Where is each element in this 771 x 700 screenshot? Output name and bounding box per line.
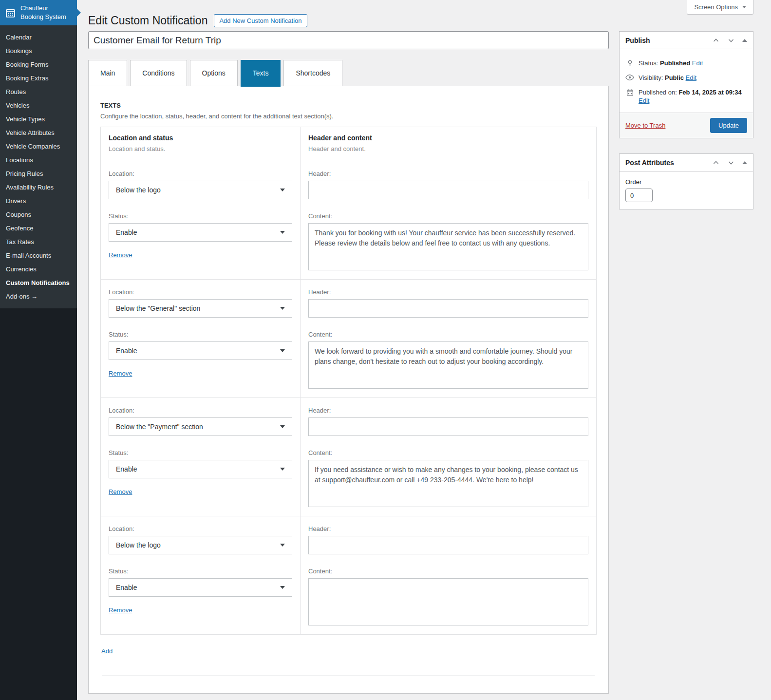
- chevron-down-icon: [280, 425, 285, 428]
- move-up-icon[interactable]: [712, 37, 720, 44]
- move-down-icon[interactable]: [727, 159, 735, 167]
- chevron-down-icon: [280, 231, 285, 234]
- header-input[interactable]: [308, 417, 588, 436]
- content-label: Content:: [308, 567, 588, 575]
- tab-bar: Main Conditions Options Texts Shortcodes: [88, 60, 609, 86]
- status-row: Status: Published Edit: [625, 59, 747, 67]
- divider: [102, 675, 595, 676]
- tab-shortcodes[interactable]: Shortcodes: [283, 60, 342, 86]
- tab-options[interactable]: Options: [190, 60, 238, 86]
- status-select[interactable]: Enable: [109, 578, 292, 597]
- move-to-trash-link[interactable]: Move to Trash: [625, 122, 665, 129]
- sidebar-item-calendar[interactable]: Calendar: [0, 31, 77, 44]
- header-input[interactable]: [308, 181, 588, 199]
- sidebar-item-custom-notifications[interactable]: Custom Notifications: [0, 276, 77, 290]
- content-textarea[interactable]: We look forward to providing you with a …: [308, 341, 588, 389]
- sidebar-item-tax-rates[interactable]: Tax Rates: [0, 235, 77, 249]
- column-header-header-content: Header and content Header and content.: [301, 127, 596, 161]
- sidebar-item-geofence[interactable]: Geofence: [0, 222, 77, 235]
- content-textarea[interactable]: [308, 578, 588, 625]
- column-title: Header and content: [308, 134, 588, 142]
- status-label: Status:: [109, 330, 292, 339]
- status-select-value: Enable: [116, 584, 137, 591]
- add-link[interactable]: Add: [101, 647, 113, 655]
- location-select[interactable]: Below the "Payment" section: [109, 417, 292, 436]
- sidebar-item-vehicles[interactable]: Vehicles: [0, 99, 77, 113]
- header-input[interactable]: [308, 299, 588, 318]
- update-button[interactable]: Update: [710, 118, 747, 133]
- sidebar-item-add-ons[interactable]: Add-ons →: [0, 290, 77, 303]
- location-status-cell: Location: Below the logo Status: Enable …: [101, 161, 301, 280]
- remove-link[interactable]: Remove: [109, 488, 132, 495]
- location-status-cell: Location: Below the logo Status: Enable …: [101, 516, 301, 634]
- sidebar-item-vehicle-types[interactable]: Vehicle Types: [0, 113, 77, 126]
- sidebar-item-vehicle-attributes[interactable]: Vehicle Attributes: [0, 126, 77, 140]
- editor-column: Main Conditions Options Texts Shortcodes…: [88, 31, 609, 694]
- sidebar-item-vehicle-companies[interactable]: Vehicle Companies: [0, 140, 77, 153]
- edit-published-on-link[interactable]: Edit: [639, 97, 649, 104]
- sidebar-item-bookings[interactable]: Bookings: [0, 44, 77, 58]
- published-on-value: Feb 14, 2025 at 09:34: [678, 89, 741, 96]
- header-input[interactable]: [308, 536, 588, 554]
- location-select-value: Below the "Payment" section: [116, 423, 203, 431]
- add-new-button[interactable]: Add New Custom Notification: [214, 14, 307, 27]
- edit-status-link[interactable]: Edit: [692, 59, 703, 67]
- sidebar-item-locations[interactable]: Locations: [0, 153, 77, 167]
- order-label: Order: [625, 178, 747, 186]
- remove-link[interactable]: Remove: [109, 251, 132, 259]
- content-textarea[interactable]: Thank you for booking with us! Your chau…: [308, 223, 588, 270]
- page-heading-row: Edit Custom Notification Add New Custom …: [88, 0, 753, 31]
- location-select[interactable]: Below the logo: [109, 181, 292, 199]
- header-content-cell: Header: Content: Thank you for booking w…: [301, 161, 596, 280]
- status-select[interactable]: Enable: [109, 223, 292, 242]
- sidebar-item-email-accounts[interactable]: E-mail Accounts: [0, 249, 77, 263]
- status-select[interactable]: Enable: [109, 460, 292, 478]
- visibility-value: Public: [665, 74, 684, 81]
- edit-visibility-link[interactable]: Edit: [686, 74, 696, 81]
- sidebar-item-pricing-rules[interactable]: Pricing Rules: [0, 167, 77, 181]
- sidebar-item-coupons[interactable]: Coupons: [0, 208, 77, 222]
- post-attributes-header: Post Attributes: [620, 154, 753, 171]
- remove-link[interactable]: Remove: [109, 606, 132, 614]
- chevron-down-icon: [280, 468, 285, 471]
- plugin-menu-header[interactable]: Chauffeur Booking System: [0, 0, 77, 25]
- text-sections-table: Location and status Location and status.…: [100, 127, 597, 635]
- publish-panel-body: Status: Published Edit Visibility: Publi…: [620, 49, 753, 113]
- move-down-icon[interactable]: [727, 37, 735, 44]
- chevron-down-icon: [280, 544, 285, 547]
- collapse-toggle-icon[interactable]: [742, 39, 747, 42]
- location-select[interactable]: Below the logo: [109, 536, 292, 554]
- chevron-down-icon: [280, 349, 285, 352]
- location-label: Location:: [109, 288, 292, 296]
- status-select-value: Enable: [116, 228, 137, 236]
- tab-conditions[interactable]: Conditions: [130, 60, 187, 86]
- screen-options-button[interactable]: Screen Options: [687, 0, 753, 15]
- chevron-down-icon: [742, 6, 746, 8]
- status-select[interactable]: Enable: [109, 341, 292, 360]
- location-select[interactable]: Below the "General" section: [109, 299, 292, 318]
- publish-panel-footer: Move to Trash Update: [620, 113, 753, 138]
- post-title-input[interactable]: [88, 31, 609, 49]
- sidebar-item-booking-forms[interactable]: Booking Forms: [0, 58, 77, 72]
- sidebar-item-routes[interactable]: Routes: [0, 85, 77, 99]
- collapse-toggle-icon[interactable]: [742, 161, 747, 164]
- sidebar-item-currencies[interactable]: Currencies: [0, 263, 77, 276]
- tab-texts[interactable]: Texts: [241, 60, 281, 87]
- tab-main[interactable]: Main: [88, 60, 127, 86]
- header-content-cell: Header: Content:: [301, 516, 596, 634]
- sidebar-item-availability-rules[interactable]: Availability Rules: [0, 181, 77, 194]
- status-label: Status:: [109, 567, 292, 575]
- sidebar-item-drivers[interactable]: Drivers: [0, 194, 77, 208]
- texts-panel: TEXTS Configure the location, status, he…: [88, 86, 609, 694]
- content-textarea[interactable]: If you need assistance or wish to make a…: [308, 460, 588, 507]
- sidebar-item-booking-extras[interactable]: Booking Extras: [0, 72, 77, 85]
- order-input[interactable]: [625, 189, 653, 202]
- move-up-icon[interactable]: [712, 159, 720, 167]
- status-select-value: Enable: [116, 465, 137, 473]
- side-column: Publish: [619, 31, 753, 225]
- location-status-cell: Location: Below the "General" section St…: [101, 280, 301, 398]
- remove-link[interactable]: Remove: [109, 370, 132, 377]
- chevron-down-icon: [280, 307, 285, 310]
- post-attributes-title: Post Attributes: [625, 159, 674, 167]
- location-label: Location:: [109, 170, 292, 178]
